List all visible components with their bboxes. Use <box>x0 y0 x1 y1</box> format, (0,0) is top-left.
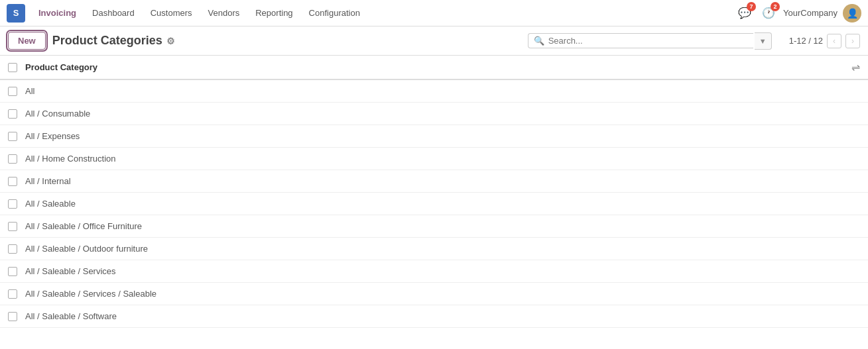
row-checkbox[interactable] <box>8 132 17 141</box>
row-label: All / Saleable <box>25 199 76 209</box>
settings-gear-icon[interactable]: ⚙ <box>166 36 175 46</box>
search-input[interactable] <box>548 36 748 46</box>
search-bar: 🔍 <box>528 33 753 48</box>
topnav: S Invoicing Dashboard Customers Vendors … <box>0 0 868 26</box>
row-checkbox[interactable] <box>8 289 17 299</box>
table-row[interactable]: All <box>0 80 868 103</box>
row-checkbox[interactable] <box>8 154 17 164</box>
app-logo[interactable]: S <box>7 4 25 23</box>
search-icon: 🔍 <box>534 36 544 46</box>
next-page-button[interactable]: › <box>845 34 860 48</box>
user-avatar[interactable]: 👤 <box>843 4 861 23</box>
search-wrapper: 🔍 ▼ <box>528 32 772 50</box>
table-row[interactable]: All / Saleable <box>0 193 868 215</box>
row-label: All / Saleable / Services / Saleable <box>25 289 156 299</box>
new-button[interactable]: New <box>8 32 46 50</box>
table-row[interactable]: All / Saleable / Software <box>0 305 868 328</box>
column-header-product-category: Product Category <box>25 62 97 72</box>
row-label: All / Saleable / Outdoor furniture <box>25 244 148 254</box>
row-checkbox[interactable] <box>8 222 17 231</box>
table-rows-container: All All / Consumable All / Expenses All … <box>0 80 868 328</box>
nav-configuration[interactable]: Configuration <box>302 5 367 21</box>
toolbar: New Product Categories ⚙ 🔍 ▼ 1-12 / 12 ‹… <box>0 26 868 56</box>
select-all-checkbox[interactable] <box>8 63 17 72</box>
nav-invoicing[interactable]: Invoicing <box>32 5 83 21</box>
pagination: 1-12 / 12 ‹ › <box>789 34 860 48</box>
prev-page-button[interactable]: ‹ <box>827 34 841 48</box>
row-label: All / Saleable / Services <box>25 266 116 276</box>
pagination-info: 1-12 / 12 <box>789 36 823 46</box>
page-title-text: Product Categories <box>52 34 162 48</box>
updates-badge: 2 <box>771 2 780 11</box>
notifications-badge: 7 <box>747 2 756 11</box>
table-row[interactable]: All / Internal <box>0 170 868 193</box>
topnav-right: 💬 7 🕐 2 YourCompany 👤 <box>735 4 861 23</box>
row-checkbox[interactable] <box>8 312 17 321</box>
table-row[interactable]: All / Home Construction <box>0 148 868 170</box>
nav-reporting[interactable]: Reporting <box>249 5 299 21</box>
notifications-button[interactable]: 💬 7 <box>735 4 754 23</box>
row-label: All <box>25 86 34 96</box>
table-row[interactable]: All / Saleable / Office Furniture <box>0 215 868 238</box>
nav-vendors[interactable]: Vendors <box>202 5 247 21</box>
row-checkbox[interactable] <box>8 109 17 119</box>
column-adjust-icon[interactable]: ⇌ <box>851 61 860 74</box>
table-row[interactable]: All / Saleable / Services <box>0 260 868 283</box>
table-row[interactable]: All / Expenses <box>0 125 868 148</box>
row-label: All / Expenses <box>25 131 80 141</box>
row-checkbox[interactable] <box>8 267 17 276</box>
row-label: All / Consumable <box>25 109 90 119</box>
chevron-right-icon: › <box>851 36 854 46</box>
page-title-container: Product Categories ⚙ <box>52 34 175 48</box>
row-checkbox[interactable] <box>8 244 17 254</box>
table-row[interactable]: All / Saleable / Services / Saleable <box>0 283 868 305</box>
row-label: All / Internal <box>25 176 71 186</box>
row-label: All / Saleable / Software <box>25 311 117 321</box>
row-checkbox[interactable] <box>8 177 17 186</box>
avatar-icon: 👤 <box>847 8 858 19</box>
nav-customers[interactable]: Customers <box>144 5 199 21</box>
table-row[interactable]: All / Consumable <box>0 103 868 125</box>
row-checkbox[interactable] <box>8 199 17 209</box>
search-dropdown-button[interactable]: ▼ <box>755 32 772 50</box>
nav-dashboard[interactable]: Dashboard <box>86 5 141 21</box>
table-header: Product Category ⇌ <box>0 56 868 80</box>
chevron-left-icon: ‹ <box>833 36 836 46</box>
row-label: All / Saleable / Office Furniture <box>25 221 142 231</box>
company-name[interactable]: YourCompany <box>783 8 837 18</box>
product-category-table: Product Category ⇌ All All / Consumable … <box>0 56 868 328</box>
updates-button[interactable]: 🕐 2 <box>759 4 778 23</box>
table-row[interactable]: All / Saleable / Outdoor furniture <box>0 238 868 260</box>
chevron-down-icon: ▼ <box>759 37 767 45</box>
row-checkbox[interactable] <box>8 87 17 96</box>
row-label: All / Home Construction <box>25 154 116 164</box>
